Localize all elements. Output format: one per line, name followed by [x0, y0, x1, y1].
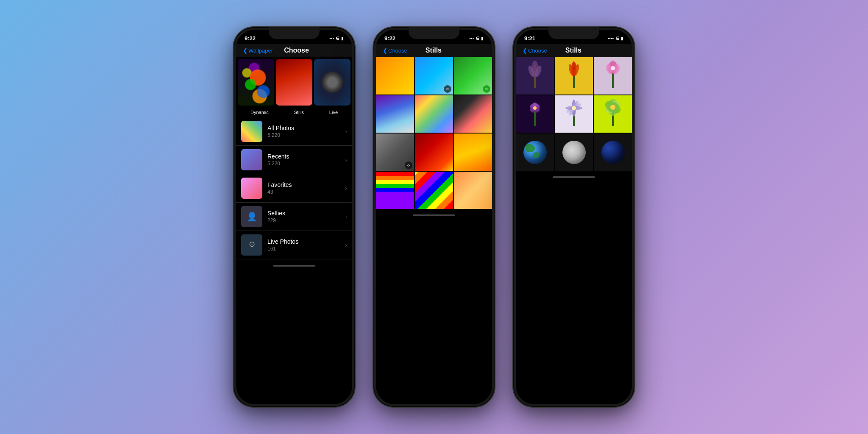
list-item[interactable]: All Photos 5,220 ›: [236, 117, 352, 146]
battery-icon-3: ▮: [621, 36, 623, 41]
svg-text:⊙: ⊙: [249, 240, 255, 248]
list-item[interactable]: 👤 Selfies 229 ›: [236, 203, 352, 231]
wifi-icon-3: ∈: [615, 36, 619, 41]
still-cell[interactable]: ⟳: [376, 134, 414, 171]
flower-icon: [526, 99, 543, 129]
moon-sphere: [562, 141, 586, 164]
still-cell[interactable]: [454, 134, 492, 171]
chevron-icon-1: ❮: [243, 47, 248, 54]
flower-icon: [604, 99, 621, 129]
flower-icon: [565, 61, 582, 91]
wifi-icon-1: ∈: [336, 36, 339, 41]
dark-earth-cell[interactable]: [594, 134, 632, 171]
flower-cell[interactable]: [516, 57, 554, 95]
time-1: 9:22: [245, 35, 256, 42]
screen-3: 9:21 ▪▪▪▪ ∈ ▮ ❮ Choose Stills: [516, 30, 632, 404]
allphotos-chevron: ›: [345, 128, 347, 135]
selfies-name: Selfies: [267, 210, 345, 217]
notch-2: [409, 27, 459, 39]
live-thumb[interactable]: [314, 59, 351, 106]
favorites-name: Favorites: [267, 181, 345, 188]
back-button-3[interactable]: ❮ Choose: [523, 47, 547, 54]
list-item[interactable]: Favorites 43 ›: [236, 174, 352, 203]
flower-cell[interactable]: [594, 95, 632, 133]
home-bar-1: [273, 265, 315, 267]
list-item[interactable]: Recents 5,220 ›: [236, 146, 352, 174]
livephotos-info: Live Photos 161: [267, 238, 345, 252]
still-cell[interactable]: [415, 172, 453, 209]
livephotos-thumb: ⊙: [241, 234, 262, 256]
still-cell[interactable]: [454, 172, 492, 209]
still-cell[interactable]: [376, 172, 414, 209]
back-button-1[interactable]: ❮ Wallpaper: [243, 47, 273, 54]
selfies-count: 229: [267, 217, 345, 223]
list-item[interactable]: ⊙ Live Photos 161 ›: [236, 231, 352, 259]
time-3: 9:21: [524, 35, 535, 42]
nav-title-2: Stills: [426, 47, 442, 54]
still-cell[interactable]: [376, 95, 414, 133]
earth-cell[interactable]: [516, 134, 554, 171]
nav-title-3: Stills: [565, 47, 581, 54]
signal-icon-2: ▪▪▪: [469, 36, 474, 41]
allphotos-name: All Photos: [267, 125, 345, 131]
battery-icon-1: ▮: [341, 36, 344, 41]
status-icons-1: ▪▪▪ ∈ ▮: [329, 36, 344, 41]
svg-point-29: [572, 106, 576, 110]
screen-2: 9:22 ▪▪▪ ∈ ▮ ❮ Choose Stills ⟳ ⟳: [376, 30, 492, 404]
chevron-icon-3: ❮: [523, 47, 527, 54]
signal-icon-3: ▪▪▪▪: [608, 36, 614, 41]
back-label-1: Wallpaper: [248, 47, 273, 54]
nav-bar-1: ❮ Wallpaper Choose: [236, 44, 352, 57]
selfies-thumb: 👤: [241, 206, 262, 227]
flower-cell[interactable]: [555, 57, 593, 95]
livephotos-count: 161: [267, 246, 345, 252]
live-badge: ⟳: [444, 85, 451, 93]
wallpaper-labels: Dynamic Stills Live: [236, 107, 352, 117]
still-cell[interactable]: ⟳: [454, 57, 492, 95]
flower-grid: [516, 57, 632, 171]
back-label-2: Choose: [388, 47, 407, 54]
time-2: 9:22: [384, 35, 395, 42]
earth-sphere: [523, 141, 547, 164]
selfies-info: Selfies 229: [267, 210, 345, 223]
flower-cell[interactable]: [516, 95, 554, 133]
favorites-chevron: ›: [345, 185, 347, 192]
dark-earth-sphere: [601, 141, 625, 164]
flower-cell[interactable]: [594, 57, 632, 95]
battery-icon-2: ▮: [481, 36, 484, 41]
recents-name: Recents: [267, 153, 345, 160]
signal-icon-1: ▪▪▪: [329, 36, 334, 41]
notch-1: [269, 27, 320, 39]
screen-1: 9:22 ▪▪▪ ∈ ▮ ❮ Wallpaper Choose Dyna: [236, 30, 352, 404]
stills-label: Stills: [294, 110, 304, 115]
flower-cell[interactable]: [555, 95, 593, 133]
flower-icon: [604, 61, 621, 91]
svg-point-15: [611, 66, 615, 70]
still-cell[interactable]: [415, 134, 453, 171]
nav-bar-2: ❮ Choose Stills: [376, 44, 492, 57]
still-cell[interactable]: [376, 57, 414, 95]
stills-thumb[interactable]: [276, 59, 312, 106]
stills-grid: ⟳ ⟳ ⟳: [376, 57, 492, 209]
moon-cell[interactable]: [555, 134, 593, 171]
still-cell[interactable]: [454, 95, 492, 133]
favorites-thumb: [241, 178, 262, 199]
recents-chevron: ›: [345, 156, 347, 163]
home-bar-2: [413, 214, 455, 216]
back-button-2[interactable]: ❮ Choose: [383, 47, 407, 54]
dynamic-thumb[interactable]: [238, 59, 274, 106]
svg-point-23: [533, 106, 537, 110]
wifi-icon-2: ∈: [476, 36, 479, 41]
chevron-icon-2: ❮: [383, 47, 387, 54]
phone-3: 9:21 ▪▪▪▪ ∈ ▮ ❮ Choose Stills: [512, 26, 635, 408]
live-circle: [322, 72, 343, 93]
still-cell[interactable]: ⟳: [415, 57, 453, 95]
flower-icon: [526, 61, 543, 91]
still-cell[interactable]: [415, 95, 453, 133]
status-icons-2: ▪▪▪ ∈ ▮: [469, 36, 484, 41]
back-label-3: Choose: [528, 47, 547, 54]
wallpaper-grid: [236, 57, 352, 107]
home-bar-3: [553, 176, 595, 178]
recents-info: Recents 5,220: [267, 153, 345, 167]
allphotos-info: All Photos 5,220: [267, 125, 345, 138]
